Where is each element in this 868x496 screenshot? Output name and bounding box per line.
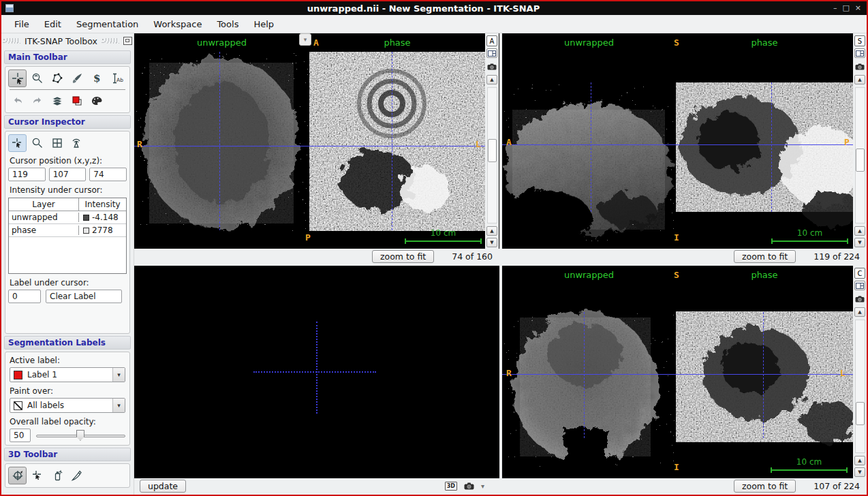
scale-label: 10 cm [431, 228, 456, 238]
cursor-y-field[interactable]: 107 [49, 168, 87, 181]
marker-inferior: I [674, 462, 679, 472]
paint-over-dropdown[interactable]: All labels ▾ [10, 398, 125, 413]
minimize-icon[interactable]: – [833, 4, 837, 12]
svg-text:Ab: Ab [117, 77, 123, 83]
layer-label-phase: phase [676, 270, 853, 280]
table-row[interactable]: unwrapped -4.148 [9, 211, 126, 224]
viewport-menu-icon[interactable]: ▾ [299, 33, 311, 46]
cursor-inspector-tab-icon[interactable] [8, 134, 27, 152]
scroll-down-icon[interactable]: ▼ [854, 467, 865, 477]
layout-icon[interactable] [854, 281, 865, 290]
layout-icon[interactable] [486, 48, 497, 58]
slice-scrollbar[interactable] [487, 87, 497, 223]
menu-file[interactable]: File [7, 17, 37, 31]
camera-icon[interactable] [855, 60, 865, 73]
opacity-slider[interactable] [36, 429, 125, 441]
label-under-cursor-caption: Label under cursor: [10, 278, 125, 288]
coronal-controls: C ▲ ▲ ▼ [853, 266, 867, 478]
metadata-tab-icon[interactable] [67, 134, 86, 152]
scroll-down-icon[interactable]: ▼ [854, 238, 865, 247]
paintbrush-tool-icon[interactable] [67, 69, 86, 87]
panel-key-button[interactable]: A [486, 35, 497, 46]
crosshair-tool-icon[interactable] [8, 69, 27, 87]
menu-help[interactable]: Help [246, 17, 281, 31]
undo-icon[interactable] [8, 92, 27, 110]
marker-right: R [137, 139, 142, 149]
maximize-icon[interactable]: □ [842, 4, 849, 12]
table-row[interactable]: phase 2778 [9, 224, 126, 237]
toolbox-dock-header[interactable]: ITK-SNAP Toolbox [1, 33, 134, 48]
3d-toolbar-box [5, 463, 130, 488]
scroll-up-icon[interactable]: ▲ [854, 456, 865, 465]
scroll-up-icon[interactable]: ▲ [854, 226, 865, 236]
camera-icon[interactable] [464, 482, 474, 490]
spraypaint-tool-icon[interactable] [48, 467, 66, 484]
crosshair-3d-tool-icon[interactable] [28, 467, 46, 484]
chevron-down-icon[interactable]: ▾ [112, 399, 125, 412]
cursor-z-field[interactable]: 74 [89, 168, 127, 181]
camera-icon[interactable] [487, 60, 497, 73]
active-label-caption: Active label: [10, 356, 125, 365]
zoom-to-fit-button[interactable]: zoom to fit [734, 480, 796, 493]
label-id-field[interactable]: 0 [8, 290, 41, 303]
scale-bar: 10 cm [405, 228, 482, 244]
zoom-to-fit-button[interactable]: zoom to fit [372, 250, 434, 263]
scroll-up-icon[interactable]: ▲ [486, 75, 497, 84]
scroll-up-icon[interactable]: ▲ [486, 226, 497, 236]
scroll-up-icon[interactable]: ▲ [854, 307, 865, 317]
chevron-down-icon[interactable]: ▾ [481, 482, 484, 490]
3d-canvas[interactable] [134, 266, 499, 478]
zoom-tool-icon[interactable] [28, 69, 46, 87]
scrollbar-thumb[interactable] [856, 149, 865, 172]
scroll-up-icon[interactable]: ▲ [854, 75, 865, 84]
active-label-swatch-icon[interactable] [67, 92, 86, 110]
menu-tools[interactable]: Tools [209, 17, 246, 31]
marker-posterior: P [844, 137, 850, 147]
chevron-down-icon[interactable]: ▾ [112, 368, 125, 382]
cursor-x-field[interactable]: 119 [8, 168, 46, 181]
polygon-tool-icon[interactable] [48, 69, 66, 87]
scrollbar-thumb[interactable] [488, 139, 497, 162]
scale-label: 10 cm [797, 228, 822, 238]
close-icon[interactable]: × [855, 4, 861, 12]
scalpel-tool-icon[interactable] [67, 467, 86, 484]
crosshair-horizontal [502, 374, 853, 375]
layout-icon[interactable] [854, 48, 865, 58]
redo-icon[interactable] [28, 92, 46, 110]
layer-label-unwrapped: unwrapped [502, 37, 676, 48]
sagittal-image-canvas[interactable]: unwrapped phase S I A P 10 cm [502, 33, 853, 249]
layer-inspector-icon[interactable] [48, 92, 66, 110]
camera-icon[interactable] [855, 292, 865, 305]
slice-scrollbar[interactable] [855, 87, 865, 223]
active-label-dropdown[interactable]: Label 1 ▾ [10, 367, 125, 382]
zoom-to-fit-button[interactable]: zoom to fit [734, 250, 796, 263]
zoom-inspector-tab-icon[interactable] [28, 134, 46, 152]
slice-scrollbar[interactable] [855, 320, 865, 453]
cursor-position-caption: Cursor position (x,y,z): [10, 156, 125, 166]
crosshair-3d-vertical [316, 322, 317, 414]
slice-indicator: 74 of 160 [452, 251, 493, 262]
label-editor-icon[interactable] [87, 92, 106, 110]
menu-workspace[interactable]: Workspace [146, 17, 209, 31]
trackball-tool-icon[interactable] [8, 467, 27, 484]
scroll-down-icon[interactable]: ▼ [486, 238, 497, 247]
main-toolbar-box: $ Ab [5, 66, 130, 113]
panel-key-button[interactable]: S [854, 35, 865, 46]
titlebar[interactable]: unwrapped.nii - New Segmentation - ITK-S… [1, 1, 867, 15]
opacity-field[interactable]: 50 [10, 429, 31, 442]
update-button[interactable]: update [140, 480, 186, 493]
slider-handle[interactable] [76, 430, 84, 441]
axial-image-canvas[interactable]: unwrapped phase ▾ A P R L 10 cm [134, 33, 485, 249]
annotation-tool-icon[interactable]: Ab [107, 69, 125, 87]
segmentation-labels-box: Active label: Label 1 ▾ Paint over: All … [5, 352, 130, 446]
panel-key-button[interactable]: C [854, 268, 865, 279]
menu-segmentation[interactable]: Segmentation [69, 17, 146, 31]
coronal-image-canvas[interactable]: unwrapped phase S I R L 10 cm [502, 266, 853, 478]
menu-edit[interactable]: Edit [37, 17, 69, 31]
image-info-tab-icon[interactable] [48, 134, 66, 152]
3d-mesh-icon[interactable]: 3D [445, 482, 457, 491]
intensity-table: Layer Intensity unwrapped -4.148 phase 2… [8, 198, 127, 274]
scrollbar-thumb[interactable] [856, 402, 865, 425]
float-toolbox-icon[interactable] [123, 37, 132, 45]
snake-tool-icon[interactable]: $ [87, 69, 106, 87]
